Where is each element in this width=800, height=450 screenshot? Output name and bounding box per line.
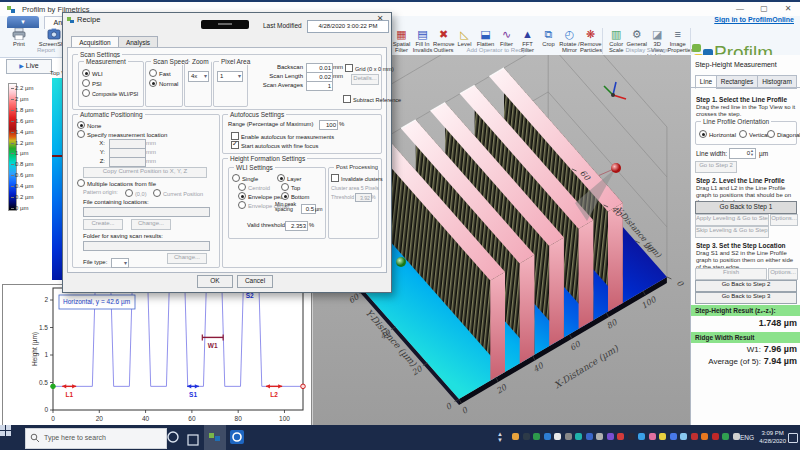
- tray-icon[interactable]: [596, 433, 603, 440]
- radio-horizontal[interactable]: Horizontal: [699, 130, 736, 138]
- tray-icon[interactable]: [691, 433, 698, 440]
- fine-focus-checkbox[interactable]: Start autofocus with fine focus: [231, 141, 318, 149]
- tray-icon[interactable]: [586, 433, 593, 440]
- z-input[interactable]: [109, 157, 146, 167]
- radio-centroid[interactable]: Centroid: [238, 183, 270, 191]
- ok-button[interactable]: OK: [197, 275, 233, 288]
- profile-endpoint[interactable]: [51, 384, 56, 389]
- tray-icon[interactable]: [649, 433, 656, 440]
- enable-autofocus-checkbox[interactable]: Enable autofocus for measurements: [231, 132, 334, 140]
- taskbar-clock[interactable]: 3:09 PM4/28/2020: [759, 429, 786, 445]
- tray-icon[interactable]: [554, 433, 561, 440]
- tray-icon[interactable]: [617, 433, 624, 440]
- task-view-icon[interactable]: [187, 432, 199, 450]
- tray-icon[interactable]: [659, 433, 666, 440]
- change-button[interactable]: Change...: [131, 219, 171, 230]
- stage-control-strip: [201, 20, 249, 29]
- radio-specify-location[interactable]: Specify measurement location: [77, 130, 167, 138]
- profile-end-handle[interactable]: [611, 163, 621, 173]
- go-back-step2-button[interactable]: Go Back to Step 2: [695, 280, 797, 292]
- apply-leveling-button[interactable]: Apply Leveling & Go to Step 3: [695, 214, 769, 226]
- radio-origin-00[interactable]: (0,0): [125, 189, 147, 197]
- tray-icon[interactable]: [733, 433, 740, 440]
- subtract-reference-checkbox[interactable]: Subtract Reference: [343, 95, 401, 103]
- svg-text:2: 2: [44, 296, 48, 303]
- profilm-taskbar-icon[interactable]: [204, 425, 226, 450]
- finish-button[interactable]: Finish: [695, 268, 767, 280]
- svg-text:0: 0: [460, 405, 470, 416]
- valid-threshold-input[interactable]: 2.353: [285, 221, 308, 231]
- go-back-step1-button[interactable]: Go Back to Step 1: [695, 201, 797, 214]
- tray-icon[interactable]: [628, 433, 635, 440]
- cortana-icon[interactable]: [166, 430, 180, 448]
- grid-checkbox[interactable]: Grid (0 x 0 mm): [345, 64, 394, 72]
- close-button[interactable]: ✕: [780, 4, 796, 14]
- orientation-gizmo-icon[interactable]: [604, 82, 626, 99]
- go-back-step3-button[interactable]: Go Back to Step 3: [695, 292, 797, 304]
- taskbar-search-input[interactable]: Type here to search: [25, 428, 167, 449]
- language-indicator[interactable]: ENG: [740, 434, 754, 441]
- notification-center-icon[interactable]: [788, 433, 798, 443]
- scan-averages-input[interactable]: 1: [306, 81, 333, 91]
- live-button[interactable]: ▶ Live: [6, 59, 52, 74]
- tray-icon[interactable]: [712, 433, 719, 440]
- change-folder-button[interactable]: Change...: [167, 253, 207, 264]
- maximize-button[interactable]: ▢: [756, 4, 772, 14]
- file-type-dropdown[interactable]: [111, 258, 129, 268]
- radio-fast[interactable]: Fast: [149, 69, 171, 77]
- tray-icon[interactable]: [722, 433, 729, 440]
- start-button[interactable]: [0, 425, 25, 450]
- radio-wli[interactable]: WLI: [82, 69, 103, 77]
- radio-diagonal[interactable]: Diagonal: [767, 130, 800, 138]
- operator-group-label: Add Operator to Recipe: [400, 47, 596, 53]
- details-button[interactable]: Details...: [351, 74, 379, 85]
- tray-icon[interactable]: [701, 433, 708, 440]
- copy-position-button[interactable]: Copy Current Position to X, Y, Z: [83, 167, 207, 178]
- radio-envelope-peak[interactable]: Envelope peak: [238, 192, 286, 200]
- cluster-threshold-input[interactable]: 3.92: [355, 193, 372, 202]
- line-profile-chart[interactable]: 02040608010000.511.52Distance (µm)Height…: [3, 285, 311, 425]
- tray-icon[interactable]: [670, 433, 677, 440]
- minimize-button[interactable]: —: [732, 4, 748, 14]
- skip-leveling-button[interactable]: Skip Leveling & Go to Step 3: [695, 226, 769, 238]
- tray-icon[interactable]: [512, 433, 519, 440]
- cancel-button[interactable]: Cancel: [237, 275, 273, 288]
- radio-current-position[interactable]: Current Position: [153, 189, 203, 197]
- radio-normal[interactable]: Normal: [149, 79, 178, 87]
- tray-icon[interactable]: [544, 433, 551, 440]
- sign-in-link[interactable]: Sign in to ProfilmOnline: [714, 16, 794, 23]
- radio-composite[interactable]: Composite WLI/PSI: [82, 89, 138, 97]
- radio-psi[interactable]: PSI: [82, 79, 102, 87]
- radio-top[interactable]: Top: [281, 183, 300, 191]
- mail-app-taskbar-icon[interactable]: [229, 429, 245, 449]
- radio-bottom[interactable]: Bottom: [281, 192, 309, 200]
- invalidate-clusters-checkbox[interactable]: Invalidate clusters: [331, 174, 383, 182]
- tray-icon[interactable]: [523, 433, 530, 440]
- min-peak-input[interactable]: 0.5: [301, 204, 316, 214]
- tray-icon[interactable]: [638, 433, 645, 440]
- tray-icon[interactable]: [680, 433, 687, 440]
- show-hidden-icons-chevron[interactable]: ▲▼: [497, 431, 503, 443]
- radio-single[interactable]: Single: [232, 174, 258, 182]
- radio-none[interactable]: None: [77, 121, 101, 129]
- locations-file-input[interactable]: [83, 207, 210, 217]
- profile-start-handle[interactable]: [396, 257, 406, 267]
- profile-endpoint[interactable]: [301, 384, 306, 389]
- tray-icon[interactable]: [565, 433, 572, 440]
- app-menu-button[interactable]: ▾: [7, 16, 39, 28]
- go-to-step2-button[interactable]: Go to Step 2: [695, 161, 737, 173]
- leveling-options-button[interactable]: Options...: [770, 214, 798, 226]
- range-input[interactable]: 100: [319, 120, 338, 130]
- create-button[interactable]: Create...: [83, 219, 123, 230]
- tray-icon[interactable]: [575, 433, 582, 440]
- results-folder-input[interactable]: [83, 241, 210, 251]
- zoom-dropdown[interactable]: 4x: [188, 71, 209, 82]
- radio-layer[interactable]: Layer: [277, 174, 302, 182]
- step3-options-button[interactable]: Options...: [768, 268, 798, 280]
- tray-icon[interactable]: [533, 433, 540, 440]
- tray-icon[interactable]: [607, 433, 614, 440]
- line-width-input[interactable]: 0▲▼: [729, 148, 756, 159]
- radio-vertical[interactable]: Vertical: [739, 130, 769, 138]
- radio-multiple-locations[interactable]: Multiple locations from file: [77, 179, 156, 187]
- pixel-area-dropdown[interactable]: 1: [217, 71, 243, 82]
